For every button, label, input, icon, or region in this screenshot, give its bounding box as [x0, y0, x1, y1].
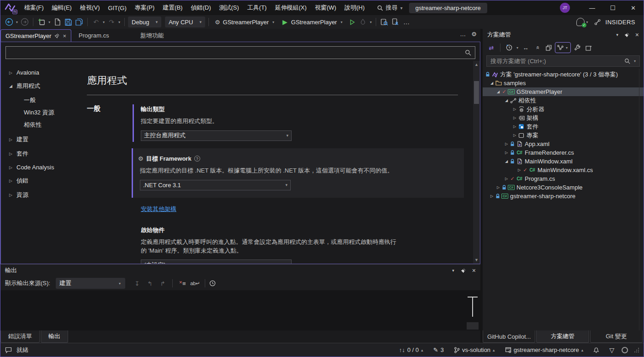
scroll-up-icon[interactable]: ▲: [474, 61, 479, 68]
tree-row-dependencies[interactable]: ◢ 相依性: [483, 96, 644, 105]
tab-overflow-button[interactable]: …: [460, 31, 466, 38]
current-repository[interactable]: gstreamer-sharp-netcore ▴: [505, 346, 584, 353]
tab-settings-gear-icon[interactable]: ⚙: [471, 31, 477, 38]
tree-row-gstreamer-sharp-netcore-project[interactable]: ▷ C# gstreamer-sharp-netcore: [483, 192, 644, 200]
close-panel-icon[interactable]: ×: [635, 31, 639, 38]
menu-build[interactable]: 建置(B): [159, 0, 186, 15]
collapsed-arrow-icon[interactable]: ▷: [504, 151, 509, 155]
nav-dependencies[interactable]: 相依性: [24, 121, 80, 129]
menu-edit[interactable]: 編輯(E): [48, 0, 76, 15]
switch-views-icon[interactable]: ⇄: [486, 42, 496, 53]
menu-debug[interactable]: 偵錯(D): [186, 0, 215, 15]
redo-button[interactable]: ↷: [106, 16, 117, 27]
tree-row-mainwindow-xaml-cs[interactable]: ▷ ✓ C# MainWindow.xaml.cs: [483, 166, 644, 174]
live-share-button[interactable]: [390, 16, 400, 27]
new-item-chevron[interactable]: ▾: [48, 20, 51, 24]
startup-project-dropdown[interactable]: ⚙ GStreamerPlayer ▾: [212, 16, 278, 27]
close-button[interactable]: ✕: [623, 0, 644, 15]
tab-output[interactable]: 輸出: [41, 330, 68, 343]
jump-to-message-icon[interactable]: ↧: [132, 280, 143, 287]
nav-code-analysis[interactable]: ▷Code Analysis: [9, 164, 80, 171]
pin-icon[interactable]: [624, 32, 629, 38]
pending-changes-filter-icon[interactable]: [504, 42, 514, 53]
next-message-icon[interactable]: ↱: [157, 280, 168, 287]
expand-arrow-icon[interactable]: ◢: [489, 81, 495, 85]
pending-edits[interactable]: ✎ 3: [433, 346, 444, 353]
platform-dropdown[interactable]: Any CPU▾: [165, 16, 205, 27]
copilot-status-icon[interactable]: [575, 16, 585, 27]
solution-name-box[interactable]: gstreamer-sharp-netcore: [409, 3, 487, 13]
tree-row-program-cs[interactable]: ▷ ✓ C# Program.cs: [483, 174, 644, 183]
save-button[interactable]: [63, 16, 73, 27]
start-without-debug-button[interactable]: [347, 16, 357, 27]
menu-file[interactable]: 檔案(F): [20, 0, 48, 15]
undo-chevron[interactable]: ▾: [102, 20, 106, 24]
output-content[interactable]: [0, 290, 480, 330]
navigate-back-button[interactable]: [4, 16, 14, 27]
collapsed-arrow-icon[interactable]: ▷: [504, 177, 509, 181]
resize-grip[interactable]: [634, 348, 639, 352]
toolbar-overflow-button[interactable]: …: [401, 16, 411, 27]
previous-message-icon[interactable]: ↰: [144, 280, 155, 287]
output-source-dropdown[interactable]: 建置▾: [56, 278, 125, 289]
collapsed-arrow-icon[interactable]: ▷: [512, 107, 517, 111]
nav-general[interactable]: 一般: [24, 96, 80, 104]
pin-icon[interactable]: [54, 33, 59, 38]
tree-scrollbar[interactable]: [639, 69, 644, 330]
menu-extensions[interactable]: 延伸模組(X): [271, 0, 310, 15]
share-icon[interactable]: [593, 16, 603, 27]
menu-window[interactable]: 視窗(W): [311, 0, 341, 15]
global-search[interactable]: 搜尋 ▾: [377, 4, 403, 12]
current-branch[interactable]: vs-solution ▴: [454, 346, 495, 353]
navigate-forward-button[interactable]: [20, 16, 30, 27]
tree-row-projects[interactable]: ▷ 專案: [483, 131, 644, 140]
nav-application[interactable]: ◢應用程式: [9, 82, 80, 90]
find-in-files-button[interactable]: [379, 16, 389, 27]
pin-icon[interactable]: [461, 268, 466, 273]
chevron-down-icon[interactable]: ▾: [616, 32, 618, 37]
word-wrap-icon[interactable]: ab↵: [190, 281, 201, 287]
output-type-select[interactable]: 主控台應用程式▾: [141, 130, 292, 141]
nav-package[interactable]: ▷套件: [9, 150, 80, 158]
save-all-button[interactable]: [74, 16, 84, 27]
tree-row-app-xaml[interactable]: ▷ App.xaml: [483, 140, 644, 148]
redo-chevron[interactable]: ▾: [117, 20, 121, 24]
avatar[interactable]: JT: [560, 3, 570, 13]
scroll-down-icon[interactable]: ▼: [474, 256, 479, 264]
tree-row-framerenderer-cs[interactable]: ▷ C# FrameRenderer.cs: [483, 148, 644, 157]
tree-row-packages[interactable]: ▷ 套件: [483, 122, 644, 131]
tree-row-analyzers[interactable]: ▷ i 分析器: [483, 105, 644, 114]
nav-win32-resources[interactable]: Win32 資源: [24, 108, 80, 117]
tab-solution-explorer[interactable]: 方案總管: [536, 330, 589, 343]
tab-program-cs[interactable]: Program.cs: [74, 29, 113, 42]
start-debug-button[interactable]: ▶ GStreamerPlayer ▾: [279, 16, 346, 27]
solution-explorer-search-input[interactable]: [487, 58, 624, 65]
menu-view[interactable]: 檢視(V): [76, 0, 104, 15]
document-scrollbar[interactable]: ▲ ▼: [473, 61, 480, 264]
feedback-icon[interactable]: [5, 347, 12, 353]
new-project-button[interactable]: [37, 16, 47, 27]
properties-search-input[interactable]: [6, 49, 465, 56]
expand-arrow-icon[interactable]: ◢: [504, 159, 509, 163]
clear-all-icon[interactable]: ✕≡: [177, 280, 188, 287]
nav-avalonia[interactable]: ▷Avalonia: [9, 69, 80, 76]
collapsed-arrow-icon[interactable]: ▷: [512, 124, 517, 129]
nav-debug[interactable]: ▷偵錯: [9, 177, 80, 185]
tab-whats-new[interactable]: 新增功能: [135, 29, 168, 42]
properties-icon[interactable]: [543, 42, 554, 53]
hot-reload-button[interactable]: [358, 16, 368, 27]
startup-object-select[interactable]: (未設定)▾: [141, 260, 292, 264]
sync-with-active-document-button[interactable]: ▾: [555, 42, 571, 53]
wrench-icon[interactable]: [572, 42, 582, 53]
tree-row-solution[interactable]: 方案 'gstreamer-sharp-netcore' (3 / 3 個專案): [483, 70, 644, 79]
notifications-bell[interactable]: [593, 347, 599, 353]
expand-arrow-icon[interactable]: ◢: [504, 98, 509, 103]
output-scrollbar[interactable]: [472, 297, 473, 317]
nav-build[interactable]: ▷建置: [9, 135, 80, 144]
tree-row-frameworks[interactable]: ▷ 架構: [483, 114, 644, 122]
configuration-dropdown[interactable]: Debug▾: [128, 16, 161, 27]
collapsed-arrow-icon[interactable]: ▷: [489, 194, 495, 198]
menu-help[interactable]: 說明(H): [341, 0, 369, 15]
undo-button[interactable]: ↶: [91, 16, 101, 27]
chevron-down-icon[interactable]: ▾: [452, 268, 454, 273]
